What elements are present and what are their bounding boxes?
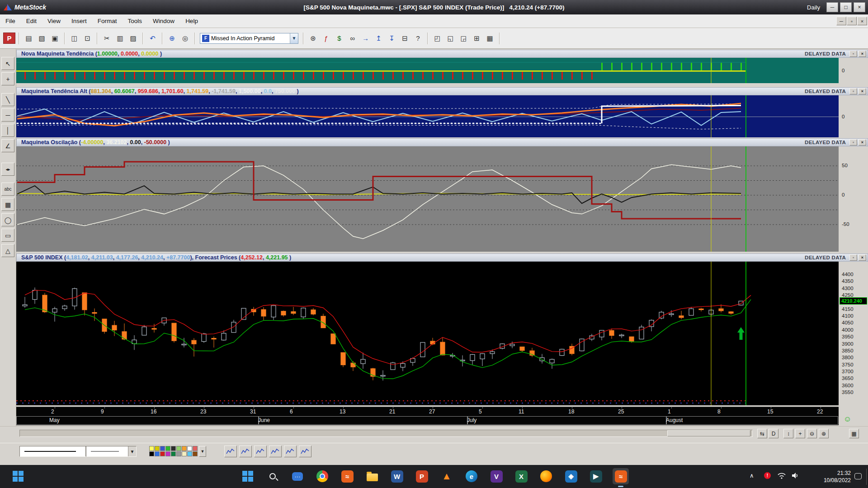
color-swatch-2[interactable] (155, 446, 160, 451)
edge-icon[interactable]: e (463, 468, 480, 484)
undo-icon[interactable]: ↶ (146, 33, 159, 44)
mdi-minimize-button[interactable]: ─ (836, 17, 846, 25)
tendencia-alt-panel-plot[interactable] (16, 95, 839, 137)
indicator-dropdown-arrow-icon[interactable]: ▼ (290, 33, 298, 43)
color-swatch-16[interactable] (182, 451, 187, 456)
menu-format[interactable]: Format (92, 15, 123, 27)
line-weight-select-arrow-icon[interactable]: ▼ (128, 446, 136, 456)
oscilacao-panel-plot[interactable] (16, 146, 839, 252)
cascade-windows-icon[interactable]: ◰ (431, 33, 443, 44)
horizontal-line-tool[interactable]: ─ (1, 108, 14, 122)
price-panel-restore-button[interactable]: ▫ (849, 254, 857, 261)
function-icon[interactable]: ƒ (320, 33, 332, 44)
grid-tool[interactable]: ▦ (1, 198, 14, 211)
vertical-line-tool[interactable]: │ (1, 124, 14, 137)
tray-expand-chevron-icon[interactable]: ∧ (750, 472, 754, 479)
mdi-restore-button[interactable]: ▫ (847, 17, 857, 25)
color-swatch-18[interactable] (193, 451, 198, 456)
help-pointer-icon[interactable]: ? (412, 33, 424, 44)
color-swatch-15[interactable] (176, 451, 181, 456)
color-swatch-3[interactable] (160, 446, 165, 451)
arrange-icons-icon[interactable]: ⊞ (471, 33, 483, 44)
tray-alert-icon[interactable]: ! (764, 472, 771, 479)
chart-style-3-button[interactable] (254, 446, 267, 457)
oscilacao-panel-close-button[interactable]: × (859, 139, 866, 145)
triangle-tool[interactable]: △ (1, 244, 14, 257)
wifi-icon[interactable] (778, 472, 786, 479)
palette-dropdown-arrow-icon[interactable]: ▼ (199, 446, 206, 457)
chrome-icon[interactable] (314, 468, 330, 484)
menu-insert[interactable]: Insert (66, 15, 92, 27)
chart-style-5-button[interactable] (284, 446, 297, 457)
close-button[interactable]: × (854, 2, 865, 12)
color-swatch-11[interactable] (155, 451, 160, 456)
copy-icon[interactable]: ▥ (114, 33, 126, 44)
volume-icon[interactable] (791, 472, 799, 479)
print-preview-icon[interactable]: ⊡ (81, 33, 94, 44)
menu-tools[interactable]: Tools (123, 15, 148, 27)
ellipse-tool[interactable]: ◯ (1, 213, 14, 226)
minimize-button[interactable]: ─ (826, 2, 838, 12)
expert-advisor-icon[interactable]: → (359, 33, 372, 44)
color-swatch-9[interactable] (193, 446, 198, 451)
globe-icon[interactable]: ⊛ (307, 33, 319, 44)
zoom-icon[interactable]: ◎ (179, 33, 191, 44)
periodicity-daily-button[interactable]: D (769, 429, 778, 438)
tendencia-panel-restore-button[interactable]: ▫ (849, 51, 857, 57)
price-panel-close-button[interactable]: × (859, 254, 866, 261)
new-window-button[interactable]: ▦ (849, 429, 859, 438)
chart-style-4-button[interactable] (269, 446, 282, 457)
menu-file[interactable]: File (0, 15, 21, 27)
color-swatch-8[interactable] (187, 446, 192, 451)
menu-help[interactable]: Help (180, 15, 203, 27)
metastock-icon[interactable]: ≈ (339, 468, 355, 484)
color-swatch-4[interactable] (165, 446, 170, 451)
crosshair-tool[interactable]: + (1, 72, 14, 85)
new-chart-icon[interactable]: ▤ (23, 33, 35, 44)
zoom-out-button[interactable]: ⊖ (807, 429, 817, 438)
upload-icon[interactable]: ↥ (373, 33, 385, 44)
powerpoint-icon[interactable]: P (414, 468, 430, 484)
menu-edit[interactable]: Edit (21, 15, 42, 27)
tendencia-alt-panel-restore-button[interactable]: ▫ (849, 88, 857, 94)
clock[interactable]: 21:3210/08/2022 (810, 469, 851, 484)
file-explorer-icon[interactable] (364, 468, 380, 484)
vertical-scale-button[interactable]: ↕ (783, 429, 793, 438)
move-chart-button[interactable]: + (795, 429, 805, 438)
oscilacao-panel-restore-button[interactable]: ▫ (849, 139, 857, 145)
system-tester-icon[interactable]: ⊟ (399, 33, 411, 44)
mdi-close-button[interactable]: × (857, 17, 867, 25)
color-swatch-1[interactable] (149, 446, 154, 451)
rectangle-tool[interactable]: ▭ (1, 229, 14, 242)
open-chart-icon[interactable]: ▧ (36, 33, 48, 44)
layouts-icon[interactable]: ◫ (68, 33, 80, 44)
menu-view[interactable]: View (42, 15, 66, 27)
chart-hscrollbar[interactable] (19, 430, 753, 437)
pointer-tool[interactable]: ↖ (1, 57, 14, 70)
metastock-active-icon[interactable]: ≈ (613, 468, 629, 484)
menu-window[interactable]: Window (147, 15, 180, 27)
chart-style-2-button[interactable] (239, 446, 252, 457)
refresh-button[interactable]: ⇆ (757, 429, 767, 438)
explorer-icon[interactable]: ∞ (346, 33, 359, 44)
line-style-select[interactable]: ▼ (19, 446, 94, 457)
search-button[interactable] (264, 468, 281, 484)
chart-hscrollbar-thumb[interactable] (667, 430, 750, 436)
color-swatch-13[interactable] (165, 451, 170, 456)
color-swatch-7[interactable] (182, 446, 187, 451)
save-icon[interactable]: ▣ (49, 33, 61, 44)
color-swatch-17[interactable] (187, 451, 192, 456)
indicator-quicklist-select[interactable]: FMissed In Action Pyramid▼ (200, 33, 298, 44)
word-icon[interactable]: W (389, 468, 405, 484)
tendencia-panel-close-button[interactable]: × (859, 51, 866, 57)
trendline-tool[interactable]: ╲ (1, 93, 14, 106)
tendencia-alt-panel-close-button[interactable]: × (859, 88, 866, 94)
zoom-in-button[interactable]: ⊕ (819, 429, 829, 438)
taskbar-left-windows-icon[interactable] (10, 468, 26, 484)
line-weight-select[interactable]: ▼ (86, 446, 137, 457)
firefox-icon[interactable] (538, 468, 554, 484)
tile-vertical-icon[interactable]: ◲ (458, 33, 470, 44)
download-icon[interactable]: ↧ (386, 33, 398, 44)
paste-icon[interactable]: ▨ (127, 33, 139, 44)
angle-line-tool[interactable]: ∠ (1, 139, 14, 152)
